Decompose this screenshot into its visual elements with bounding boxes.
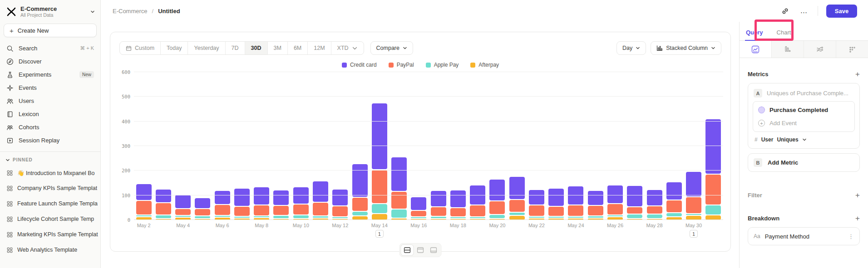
pinned-board-item[interactable]: Company KPIs Sample Templat xyxy=(0,180,100,196)
bar-segment-credit-card[interactable] xyxy=(175,195,191,208)
bar-segment-apple-pay[interactable] xyxy=(332,217,348,218)
bar-segment-apple-pay[interactable] xyxy=(313,216,328,217)
sidebar-item-events[interactable]: Events xyxy=(0,81,100,94)
pinned-board-item[interactable]: 👋 Introduction to Mixpanel Bo xyxy=(0,165,100,180)
bar-segment-apple-pay[interactable] xyxy=(509,213,525,215)
bar-segment-apple-pay[interactable] xyxy=(666,213,682,216)
compare-button[interactable]: Compare xyxy=(370,41,413,55)
bar-may-22[interactable] xyxy=(527,72,546,220)
save-button[interactable]: Save xyxy=(826,5,857,18)
legend-item-paypal[interactable]: PayPal xyxy=(389,61,414,68)
sidebar-item-search[interactable]: Search⌘ + K xyxy=(0,42,100,55)
layout-top-button[interactable] xyxy=(414,245,427,255)
bar-may-26[interactable] xyxy=(605,72,625,220)
bar-segment-paypal[interactable] xyxy=(647,206,662,214)
bar-segment-paypal[interactable] xyxy=(273,206,289,215)
pinned-section-toggle[interactable]: PINNED xyxy=(0,156,100,165)
bar-segment-paypal[interactable] xyxy=(411,211,426,216)
bar-segment-apple-pay[interactable] xyxy=(529,217,544,218)
sidebar-item-lexicon[interactable]: Lexicon xyxy=(0,107,100,121)
annotation-badge[interactable]: 1 xyxy=(375,230,384,238)
breadcrumb-project[interactable]: E-Commerce xyxy=(113,8,148,15)
bar-segment-apple-pay[interactable] xyxy=(234,217,250,218)
bar-segment-credit-card[interactable] xyxy=(411,197,426,210)
sidebar-item-users[interactable]: Users xyxy=(0,94,100,107)
bar-may-30[interactable] xyxy=(684,72,703,220)
project-switcher[interactable]: E-Commerce All Project Data xyxy=(0,5,100,22)
bar-segment-paypal[interactable] xyxy=(705,175,721,205)
bar-segment-credit-card[interactable] xyxy=(705,119,721,174)
bar-segment-credit-card[interactable] xyxy=(156,190,171,202)
bar-may-21[interactable] xyxy=(507,72,527,220)
bar-segment-credit-card[interactable] xyxy=(332,190,348,205)
bar-segment-credit-card[interactable] xyxy=(529,190,544,205)
date-range-6m[interactable]: 6M xyxy=(288,42,308,54)
bar-may-11[interactable] xyxy=(311,72,330,220)
legend-item-apple-pay[interactable]: Apple Pay xyxy=(426,61,459,68)
bar-segment-apple-pay[interactable] xyxy=(352,212,368,215)
bar-may-28[interactable] xyxy=(645,72,664,220)
bar-segment-apple-pay[interactable] xyxy=(431,217,446,218)
bar-may-17[interactable] xyxy=(429,72,448,220)
bar-segment-credit-card[interactable] xyxy=(391,157,407,191)
bar-segment-paypal[interactable] xyxy=(293,205,309,214)
metric-a-header[interactable]: A Uniques of Purchase Comple... xyxy=(753,88,855,101)
bar-segment-apple-pay[interactable] xyxy=(273,216,289,218)
bar-segment-apple-pay[interactable] xyxy=(372,204,387,213)
bar-segment-apple-pay[interactable] xyxy=(568,217,583,218)
bar-may-18[interactable] xyxy=(448,72,468,220)
bar-segment-apple-pay[interactable] xyxy=(136,215,152,216)
layout-split-button[interactable] xyxy=(401,245,414,255)
bar-may-7[interactable] xyxy=(232,72,252,220)
sidebar-item-cohorts[interactable]: Cohorts xyxy=(0,121,100,134)
aggregation-selector[interactable]: # User Uniques xyxy=(753,132,855,144)
bar-segment-credit-card[interactable] xyxy=(273,190,289,205)
date-range-12m[interactable]: 12M xyxy=(308,42,331,54)
bar-segment-apple-pay[interactable] xyxy=(156,215,171,218)
bar-segment-apple-pay[interactable] xyxy=(470,217,485,218)
bar-segment-paypal[interactable] xyxy=(352,198,368,211)
bar-may-31[interactable] xyxy=(704,72,723,220)
bar-segment-credit-card[interactable] xyxy=(195,198,210,208)
create-new-button[interactable]: + Create New xyxy=(4,24,97,37)
bar-segment-apple-pay[interactable] xyxy=(175,216,191,217)
bar-segment-paypal[interactable] xyxy=(548,207,564,216)
bar-segment-apple-pay[interactable] xyxy=(705,205,721,214)
tab-retention-report[interactable] xyxy=(836,41,868,58)
bar-segment-apple-pay[interactable] xyxy=(450,217,466,218)
bar-may-3[interactable] xyxy=(153,72,173,220)
add-event-row[interactable]: + Add Event xyxy=(754,117,853,130)
granularity-dropdown[interactable]: Day xyxy=(616,41,646,55)
sidebar-item-session-replay[interactable]: Session Replay xyxy=(0,134,100,147)
bar-segment-paypal[interactable] xyxy=(175,209,191,215)
bar-segment-credit-card[interactable] xyxy=(568,186,583,204)
chart-type-dropdown[interactable]: Stacked Column xyxy=(651,41,721,55)
tab-funnels-report[interactable] xyxy=(772,41,804,58)
bar-may-13[interactable] xyxy=(350,72,370,220)
bar-may-15[interactable] xyxy=(389,72,409,220)
bar-may-24[interactable] xyxy=(566,72,586,220)
bar-segment-paypal[interactable] xyxy=(607,204,623,214)
bar-segment-credit-card[interactable] xyxy=(509,177,525,200)
bar-may-12[interactable] xyxy=(330,72,350,220)
breakdown-item[interactable]: Aa Payment Method ⋮ xyxy=(748,227,860,245)
bar-segment-paypal[interactable] xyxy=(431,207,446,216)
date-range-30d[interactable]: 30D xyxy=(245,42,268,54)
bar-segment-paypal[interactable] xyxy=(529,205,544,216)
bar-segment-apple-pay[interactable] xyxy=(254,216,269,217)
date-range-custom[interactable]: Custom xyxy=(120,42,161,54)
bar-segment-apple-pay[interactable] xyxy=(411,217,426,218)
bar-segment-apple-pay[interactable] xyxy=(195,216,210,218)
bar-segment-credit-card[interactable] xyxy=(234,189,250,206)
add-breakdown-button[interactable]: + xyxy=(855,215,860,222)
bar-segment-apple-pay[interactable] xyxy=(548,217,564,218)
bar-segment-credit-card[interactable] xyxy=(372,103,387,169)
bar-segment-credit-card[interactable] xyxy=(588,191,603,205)
bar-may-9[interactable] xyxy=(271,72,291,220)
annotation-badge[interactable]: 1 xyxy=(690,230,698,238)
tab-insights-report[interactable] xyxy=(740,41,772,58)
bar-segment-credit-card[interactable] xyxy=(313,181,328,202)
bar-segment-apple-pay[interactable] xyxy=(588,216,603,217)
bar-may-20[interactable] xyxy=(488,72,507,220)
metric-b-add-card[interactable]: B Add Metric xyxy=(748,153,860,172)
